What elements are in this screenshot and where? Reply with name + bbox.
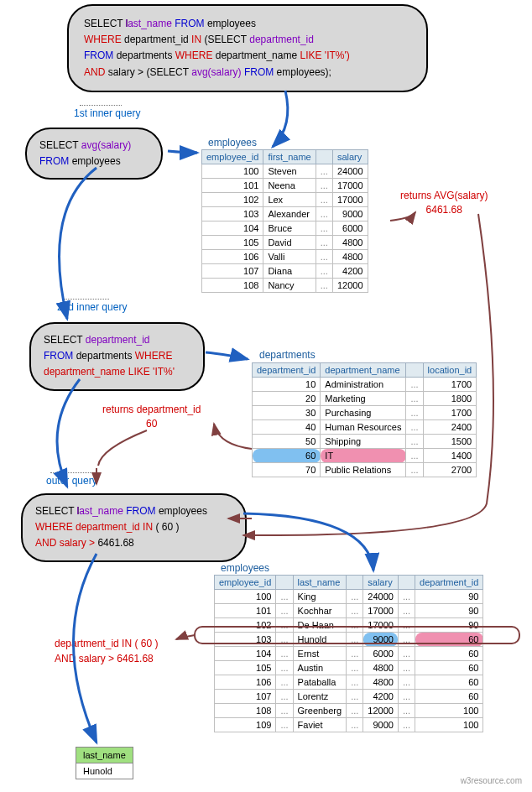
table-row: 101Neena...17000 [202, 179, 368, 193]
tbl: employees); [277, 66, 331, 78]
cell: 104 [215, 647, 276, 661]
cell: 9000 [332, 207, 368, 221]
employees-table-1: employee_idfirst_namesalary100Steven...2… [201, 149, 368, 293]
cell: Administration [321, 378, 406, 392]
col: department_id [124, 34, 189, 45]
kw: IN [191, 34, 201, 45]
cell: ... [276, 718, 293, 732]
table-row: 105...Austin...4800...60 [215, 661, 483, 675]
cell: ... [316, 207, 332, 221]
cell: 108 [202, 279, 263, 293]
cell: ... [316, 279, 332, 293]
kw: WHERE [35, 521, 73, 533]
cell: Kochhar [293, 604, 347, 618]
table-row: 104...Ernst...6000...60 [215, 647, 483, 661]
cell: 103 [215, 633, 276, 647]
cell: 4800 [332, 236, 368, 250]
cell: 9000 [363, 633, 399, 647]
cell: ... [406, 420, 423, 435]
cell: ... [276, 647, 293, 661]
label-outer: outer query [46, 475, 97, 487]
cell: ... [398, 690, 415, 704]
col-header [316, 150, 332, 164]
cell: 4800 [332, 250, 368, 264]
cell: ... [347, 690, 363, 704]
kw: FROM [244, 66, 274, 78]
label-returns-deptid: returns department_id 60 [102, 403, 201, 431]
cell: ... [398, 704, 415, 718]
col: salary > [108, 66, 143, 78]
txt: returns AVG(salary) [400, 190, 488, 201]
cell: Purchasing [321, 406, 406, 420]
cell: 90 [415, 590, 483, 604]
cell: IT [321, 449, 406, 463]
cell: ... [347, 618, 363, 633]
cell: Human Resources [321, 420, 406, 435]
table-row: 100Steven...24000 [202, 164, 368, 179]
table-row: 10Administration...1700 [253, 378, 477, 392]
col: salary > [60, 537, 95, 549]
cond: department_id IN ( 60 ) [55, 638, 158, 649]
table-row: 105David...4800 [202, 236, 368, 250]
col-header: location_id [423, 363, 477, 378]
cell: 100 [202, 164, 263, 179]
main-query-bubble: SELECT llast_name FROM employees WHERE d… [67, 4, 428, 92]
cell: King [293, 590, 347, 604]
kw: IN [143, 521, 153, 533]
cell: ... [276, 633, 293, 647]
cell: Alexander [263, 207, 316, 221]
table-row: 106Valli...4800 [202, 250, 368, 264]
cell: 60 [415, 647, 483, 661]
cell: 1400 [423, 449, 477, 463]
cell: 1700 [423, 378, 477, 392]
dotted-connector [50, 472, 92, 473]
departments-table: department_iddepartment_namelocation_id1… [252, 362, 477, 477]
cell: 100 [415, 704, 483, 718]
lit: 'IT%' [153, 366, 175, 378]
cell: ... [398, 675, 415, 690]
cell: De Haan [293, 618, 347, 633]
table-row: 60IT...1400 [253, 449, 477, 463]
cell: 17000 [332, 193, 368, 207]
table-row: 103...Hunold...9000...60 [215, 633, 483, 647]
cell: 17000 [363, 618, 399, 633]
kw: AND [84, 66, 105, 78]
cell: 70 [253, 463, 321, 477]
cell: Neena [263, 179, 316, 193]
label-returns-avg: returns AVG(salary) 6461.68 [400, 189, 488, 217]
table-row: 50Shipping...1500 [253, 435, 477, 449]
kw: SELECT [44, 334, 82, 346]
col: last_name [76, 505, 123, 517]
kw: FROM [44, 350, 73, 362]
cell: 102 [202, 193, 263, 207]
kw: LIKE [128, 366, 150, 378]
cell: ... [398, 604, 415, 618]
cell: 102 [215, 618, 276, 633]
label-conditions: department_id IN ( 60 ) AND salary > 646… [55, 636, 158, 666]
kw: AND [35, 537, 56, 549]
cell: 4200 [363, 690, 399, 704]
cell: ... [276, 661, 293, 675]
result-table: last_name Hunold [76, 747, 133, 779]
cell: ... [276, 690, 293, 704]
kw: WHERE [175, 50, 213, 61]
cell: ... [316, 250, 332, 264]
kw: FROM [39, 155, 69, 167]
cell: ... [276, 675, 293, 690]
cell: 109 [215, 718, 276, 732]
cell: Shipping [321, 435, 406, 449]
result-value: Hunold [76, 763, 133, 779]
col-header: salary [363, 576, 399, 590]
cell: 6000 [332, 221, 368, 236]
cell: Lorentz [293, 690, 347, 704]
cell: ... [398, 590, 415, 604]
table-row: 104Bruce...6000 [202, 221, 368, 236]
tbl: departments [76, 350, 133, 362]
cell: 90 [415, 604, 483, 618]
cell: ... [316, 193, 332, 207]
val: ( 60 ) [155, 521, 179, 533]
cell: 101 [202, 179, 263, 193]
col-header: last_name [293, 576, 347, 590]
table-row: 102...De Haan...17000...90 [215, 618, 483, 633]
col-header: department_id [415, 576, 483, 590]
